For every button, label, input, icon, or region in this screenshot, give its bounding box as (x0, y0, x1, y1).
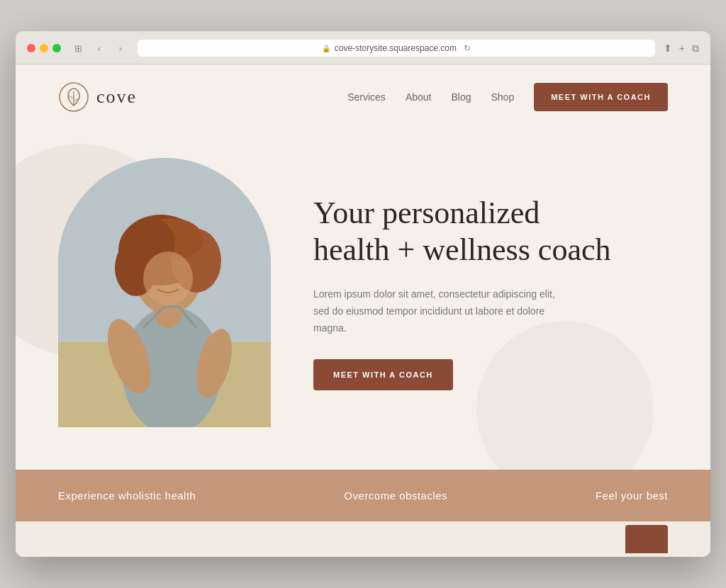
nav-about[interactable]: About (406, 91, 432, 103)
features-banner: Experience wholistic health Overcome obs… (16, 470, 710, 521)
lock-icon: 🔒 (322, 45, 330, 52)
browser-chrome: ⊞ ‹ › 🔒 cove-storysite.squarespace.com ↻… (16, 31, 710, 64)
svg-point-13 (143, 251, 193, 305)
logo-text: cove (96, 86, 137, 108)
window-controls (27, 44, 61, 52)
browser-actions: ⬆ + ⧉ (664, 43, 699, 55)
nav-shop[interactable]: Shop (491, 91, 515, 103)
minimize-button[interactable] (40, 44, 48, 52)
hero-description: Lorem ipsum dolor sit amet, consectetur … (313, 286, 569, 337)
nav-blog[interactable]: Blog (451, 91, 471, 103)
website-content: cove Services About Blog Shop MEET WITH … (16, 64, 710, 557)
hero-image-arch (58, 158, 271, 427)
forward-button[interactable]: › (112, 40, 129, 57)
logo[interactable]: cove (58, 81, 137, 113)
bottom-strip (16, 521, 710, 557)
feature-2: Overcome obstacles (344, 490, 447, 502)
browser-window: ⊞ ‹ › 🔒 cove-storysite.squarespace.com ↻… (16, 31, 710, 557)
browser-nav: ⊞ ‹ › (69, 40, 129, 57)
feature-3: Feel your best (596, 490, 668, 502)
nav-services[interactable]: Services (347, 91, 386, 103)
hero-image-container (58, 158, 271, 427)
site-header: cove Services About Blog Shop MEET WITH … (16, 64, 710, 130)
bottom-accent (625, 525, 668, 553)
maximize-button[interactable] (52, 44, 61, 52)
logo-icon (58, 81, 89, 113)
hero-photo (58, 158, 271, 427)
new-tab-icon[interactable]: + (679, 43, 685, 55)
window-icon[interactable]: ⊞ (69, 40, 86, 57)
close-button[interactable] (27, 44, 35, 52)
share-icon[interactable]: ⬆ (664, 43, 672, 55)
back-button[interactable]: ‹ (91, 40, 108, 57)
hero-heading: Your personalized health + wellness coac… (313, 195, 611, 270)
hero-content: Your personalized health + wellness coac… (313, 195, 611, 391)
feature-1: Experience wholistic health (58, 490, 196, 502)
nav-cta-button[interactable]: MEET WITH A COACH (534, 83, 668, 111)
nav-links: Services About Blog Shop MEET WITH A COA… (347, 83, 668, 111)
tabs-icon[interactable]: ⧉ (692, 43, 699, 55)
hero-section: Your personalized health + wellness coac… (16, 130, 710, 470)
url-text: cove-storysite.squarespace.com (335, 43, 457, 53)
hero-cta-button[interactable]: MEET WITH A COACH (313, 359, 453, 390)
address-bar[interactable]: 🔒 cove-storysite.squarespace.com ↻ (138, 40, 655, 57)
refresh-icon[interactable]: ↻ (464, 43, 471, 53)
